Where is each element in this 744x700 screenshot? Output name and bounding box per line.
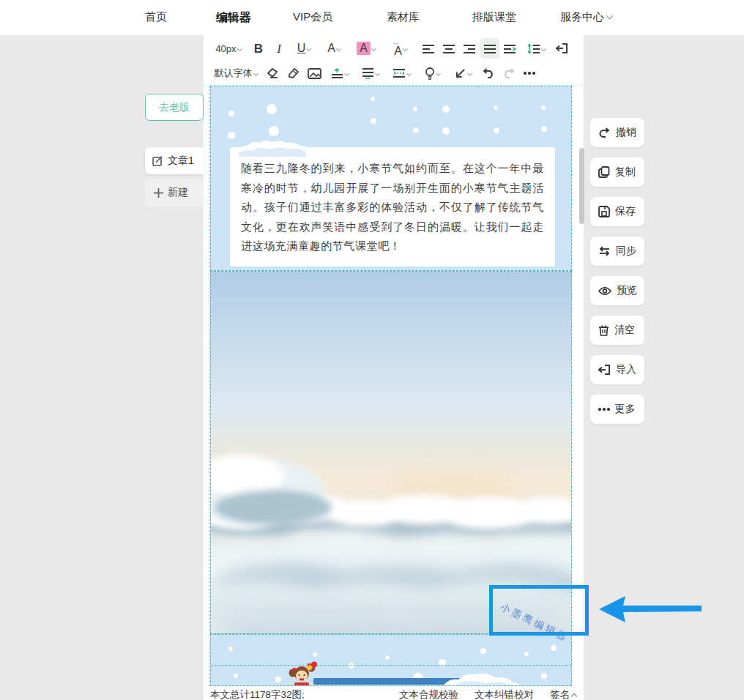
letter-spacing-icon: ↔A [394,40,402,57]
chevron-down-icon [253,70,258,75]
new-article-label: 新建 [168,186,188,199]
undo-button[interactable] [479,63,498,83]
insert-to-editor-button[interactable] [552,38,571,59]
plus-icon [154,188,163,198]
font-family-select[interactable]: 默认字体 [209,63,262,83]
insert-position-button[interactable] [448,63,477,83]
signature-label: 签名 [550,689,570,700]
align-right-button[interactable] [460,38,479,59]
margin-top-button[interactable] [325,63,354,83]
align-center-icon [442,43,455,53]
article-tab[interactable]: 文章1 [145,147,204,174]
nav-vip[interactable]: VIP会员 [293,10,332,24]
trash-icon [598,324,609,336]
align-center-button[interactable] [439,38,458,59]
insert-image-button[interactable] [305,63,324,83]
indent-button[interactable] [501,38,520,59]
chevron-down-icon [466,70,472,75]
article-paragraph[interactable]: 随看三九隆冬的到来，小寒节气如约而至。在这个一年中最寒冷的时节，幼儿园开展了一场… [241,159,544,256]
underline-button[interactable]: U [290,38,318,59]
italic-icon: I [277,42,281,55]
chevron-down-icon [237,45,242,51]
preview-action-button[interactable]: 预览 [590,276,644,305]
article-tab-label: 文章1 [168,154,194,168]
more-action-button[interactable]: 更多 [590,395,644,424]
save-action-button[interactable]: 保存 [590,197,644,226]
top-navigation: 首页 编辑器 VIP会员 素材库 排版课堂 服务中心 [0,0,744,35]
copy-action-button[interactable]: 复制 [590,157,644,187]
line-spacing-button[interactable] [356,63,385,83]
article-image-clouds[interactable] [210,271,572,634]
action-label: 撤销 [616,126,636,139]
toolbar-more-button[interactable] [520,63,539,83]
align-justify-button[interactable] [480,38,499,59]
action-label: 保存 [615,205,636,218]
font-size-select[interactable]: 40px [209,38,248,59]
canvas-left-guide [209,86,209,686]
toolbar-row-2: 默认字体 [204,61,584,86]
editor-app: 首页 编辑器 VIP会员 素材库 排版课堂 服务中心 40px B I U A … [0,0,744,700]
word-count-summary: 本文总计1178字32图; [210,688,305,700]
bold-button[interactable]: B [249,38,268,59]
import-icon [598,364,611,376]
cloud-sea-illustration [211,272,572,634]
ai-suggest-button[interactable] [417,63,447,83]
snow-cap-decoration [236,140,316,159]
action-label: 复制 [615,165,636,179]
clear-action-button[interactable]: 清空 [590,316,644,345]
clear-format-button[interactable] [264,63,283,83]
article-section-footer[interactable] [210,634,572,686]
eye-icon [598,286,611,296]
compliance-check-link[interactable]: 文本合规校验 [399,688,458,700]
nav-editor[interactable]: 编辑器 [216,10,251,26]
action-label: 预览 [617,284,637,297]
chevron-down-icon [403,45,408,51]
signature-toggle[interactable]: 签名 [550,688,576,700]
line-height-icon [527,43,540,54]
go-old-version-button[interactable]: 去老版 [145,94,204,121]
format-painter-button[interactable] [284,63,303,83]
font-color-icon: A [327,42,335,54]
word-spacing-icon [393,68,406,78]
insert-arrow-icon [556,42,568,54]
more-icon [524,72,535,75]
section-divider [211,665,571,666]
line-height-button[interactable] [521,38,551,59]
nav-materials[interactable]: 素材库 [387,10,420,24]
sync-action-button[interactable]: 同步 [590,237,644,266]
proofread-check-link[interactable]: 文本纠错校对 [475,688,534,700]
nav-home[interactable]: 首页 [145,10,167,24]
chevron-down-icon [306,45,311,51]
chevron-down-icon [344,70,349,75]
indent-icon [503,43,518,53]
lightbulb-icon [425,67,435,80]
format-toolbar: 40px B I U A A ↔A 默认字体 [204,35,584,86]
canvas-scrollbar[interactable] [579,148,584,224]
chevron-down-icon [371,45,376,51]
edit-icon [152,155,163,166]
chevron-down-icon [606,12,614,20]
redo-icon [502,68,516,79]
save-icon [598,206,610,217]
snow-pile-decoration [442,670,523,686]
bold-icon: B [254,42,263,55]
undo-action-button[interactable]: 撤销 [590,118,644,147]
italic-button[interactable]: I [269,38,289,59]
highlight-color-button[interactable]: A [350,38,382,59]
article-section-header[interactable]: 随看三九隆冬的到来，小寒节气如约而至。在这个一年中最寒冷的时节，幼儿园开展了一场… [210,86,572,271]
chevron-down-icon [336,45,341,51]
article-text-card[interactable]: 随看三九隆冬的到来，小寒节气如约而至。在这个一年中最寒冷的时节，幼儿园开展了一场… [230,147,555,267]
word-spacing-button[interactable] [387,63,416,83]
more-icon [598,408,610,411]
action-label: 同步 [616,245,636,258]
nav-typesetting-class[interactable]: 排版课堂 [472,10,516,24]
nav-service-center[interactable]: 服务中心 [560,10,612,24]
font-color-button[interactable]: A [319,38,349,59]
brush-icon [287,67,300,79]
new-article-button[interactable]: 新建 [145,179,204,206]
align-left-button[interactable] [419,38,438,59]
chevron-down-icon [540,45,546,51]
redo-button[interactable] [499,63,518,83]
letter-spacing-button[interactable]: ↔A [384,38,417,59]
import-action-button[interactable]: 导入 [590,355,644,384]
